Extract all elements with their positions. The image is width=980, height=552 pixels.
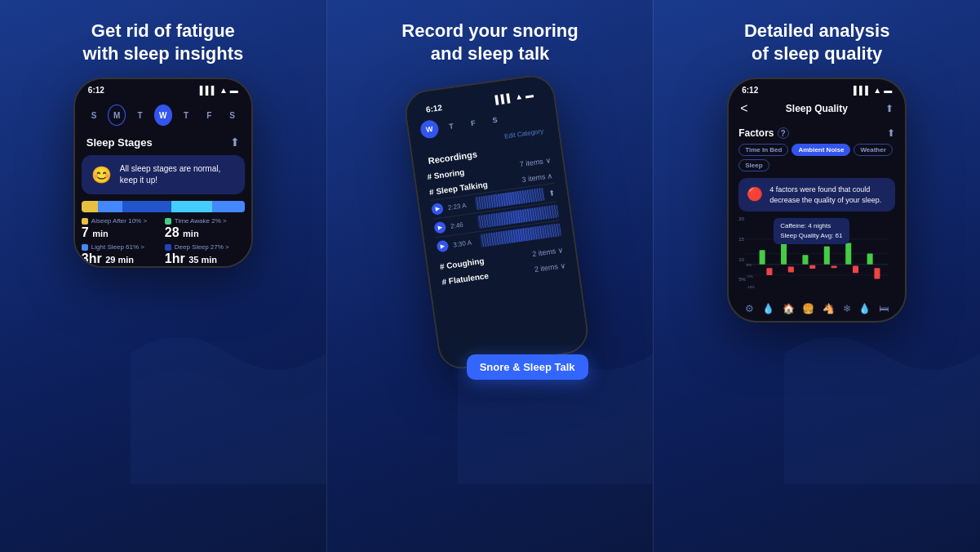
chart-bottom-icons: ⚙ 💧 🏠 🍔 🐴 ❄ 💧 🛏 [745, 301, 889, 316]
play-btn-2[interactable]: ▶ [433, 221, 446, 234]
factors-share-icon[interactable]: ⬆ [887, 127, 895, 139]
panel2-title: Record your snoring and sleep talk [401, 20, 578, 65]
status-icons-back: ▌▌▌ ▲ ▬ [494, 90, 534, 104]
stat-label-light: Light Sleep 61% > [82, 243, 162, 251]
tooltip-line2: Sleep Quality Avg: 61 [780, 231, 842, 241]
chart-icon-2: 💧 [762, 303, 774, 314]
emoji-icon: 😊 [91, 165, 112, 185]
flatulence-count-back: 2 items ∨ [534, 260, 566, 273]
stat-time-awake[interactable]: Time Awake 2% > 28 min [165, 217, 245, 240]
snoring-count-back: 7 items ∨ [519, 156, 552, 168]
wifi-icon: ▲ [220, 86, 228, 95]
time-display-3: 6:12 [742, 86, 758, 95]
phone-group-2: 6:12 ▌▌▌ ▲ ▬ W T F S Edit Category Recor… [401, 78, 580, 429]
sleep-talking-count-back: 3 items ∧ [521, 171, 553, 183]
phone-mockup-1: 6:12 ▌▌▌ ▲ ▬ S M T W T F S Sleep Stages [73, 78, 253, 268]
signal-back: ▌▌▌ [494, 93, 513, 105]
tag-sleep[interactable]: Sleep [738, 159, 769, 171]
sleep-stages-title: Sleep Stages [86, 136, 153, 149]
signal-icon-3: ▌▌▌ [854, 86, 871, 95]
upload-icon-3[interactable]: ⬆ [885, 103, 894, 114]
coughing-count-back: 2 items ∨ [531, 245, 564, 257]
stat-dot-blue [82, 244, 88, 251]
stat-dot-yellow [82, 218, 88, 225]
back-button[interactable]: < [740, 101, 747, 116]
sleep-stats-grid: Alseep After 10% > 7 min Time Awake 2% >… [82, 217, 245, 266]
day-btn-sun[interactable]: S [85, 105, 103, 126]
stat-value-deep: 1hr 35 min [165, 252, 245, 266]
svg-text:-5%: -5% [747, 274, 753, 278]
day-btn-sat[interactable]: S [224, 105, 242, 126]
play-btn-1[interactable]: ▶ [431, 203, 444, 216]
day-btn-s-back: S [485, 110, 505, 131]
day-btn-fri[interactable]: F [200, 105, 218, 126]
y-label-10: 10 [738, 257, 746, 262]
day-btn-thu[interactable]: T [177, 105, 195, 126]
sleep-bar-cyan [171, 201, 212, 212]
tag-time-in-bed[interactable]: Time In Bed [738, 144, 788, 156]
factors-section: Factors ? ⬆ Time In Bed Ambient Noise We… [729, 122, 905, 321]
status-bar-3: 6:12 ▌▌▌ ▲ ▬ [729, 79, 905, 98]
tag-ambient-noise[interactable]: Ambient Noise [792, 144, 850, 156]
sleep-stages-header: Sleep Stages ⬆ [75, 132, 251, 155]
time-back: 6:12 [425, 103, 442, 114]
wifi-icon-3: ▲ [873, 86, 881, 95]
factors-help-icon[interactable]: ? [778, 127, 789, 139]
day-btn-mon[interactable]: M [108, 105, 126, 126]
stat-label-deep: Deep Sleep 27% > [165, 243, 245, 251]
play-btn-3[interactable]: ▶ [436, 240, 449, 253]
sleep-insight-card: 😊 All sleep stages are normal, keep it u… [82, 155, 245, 194]
stat-value-light: 3hr 29 min [82, 252, 162, 266]
phone-mockup-3: 6:12 ▌▌▌ ▲ ▬ < Sleep Quality ⬆ Factors ?… [727, 78, 907, 323]
svg-rect-17 [867, 254, 873, 265]
chart-icon-7: 💧 [858, 303, 871, 314]
panel-sleep-quality: Detailed analysis of sleep quality 6:12 … [654, 0, 980, 552]
svg-rect-11 [803, 256, 809, 265]
stat-dot-green [165, 218, 171, 225]
sleep-quality-header: < Sleep Quality ⬆ [729, 98, 905, 122]
day-btn-wed[interactable]: W [154, 105, 172, 126]
sleep-bar-yellow [82, 201, 98, 212]
tag-weather[interactable]: Weather [854, 144, 892, 156]
stat-deep-sleep[interactable]: Deep Sleep 27% > 1hr 35 min [165, 243, 245, 266]
svg-rect-10 [788, 267, 794, 273]
chart-icon-3: 🏠 [783, 303, 795, 314]
day-selector-1[interactable]: S M T W T F S [75, 98, 251, 132]
snoring-name-back: # Snoring [426, 167, 464, 181]
svg-text:-10%: -10% [747, 285, 755, 289]
chart-icon-1: ⚙ [745, 303, 754, 314]
y-label-20: 20 [738, 216, 746, 221]
bg-decoration [131, 220, 326, 552]
svg-rect-7 [760, 250, 765, 265]
battery-back: ▬ [525, 90, 534, 100]
stat-value-asleep: 7 min [82, 225, 162, 240]
svg-text:0%: 0% [747, 264, 752, 268]
stat-asleep-after[interactable]: Alseep After 10% > 7 min [82, 217, 162, 240]
day-btn-t-back: T [441, 116, 461, 136]
y-axis-labels: 20 15 10 5% [738, 216, 746, 282]
share-btn-1[interactable]: ⬆ [548, 189, 556, 198]
svg-rect-15 [845, 243, 851, 265]
sleep-bar-blue3 [212, 201, 245, 212]
signal-icon: ▌▌▌ [200, 86, 217, 95]
factor-tags: Time In Bed Ambient Noise Weather Sleep [738, 144, 895, 171]
panel-recordings: Record your snoring and sleep talk 6:12 … [326, 0, 654, 552]
svg-rect-16 [853, 266, 858, 274]
sleep-bar-blue2 [122, 201, 171, 212]
share-icon[interactable]: ⬆ [230, 136, 240, 149]
svg-rect-18 [875, 268, 880, 278]
alert-text: 4 factors were found that could decrease… [769, 185, 887, 205]
recording-time-1: 2:23 A [447, 201, 471, 211]
sleep-bar [82, 201, 245, 212]
chart-icon-4: 🍔 [802, 303, 814, 314]
day-btn-w-back: W [419, 119, 439, 140]
stat-light-sleep[interactable]: Light Sleep 61% > 3hr 29 min [82, 243, 162, 266]
day-btn-tue[interactable]: T [131, 105, 149, 126]
chart-area: 20 15 10 5% Caffeine: 4 nights Sleep Qua… [745, 216, 889, 316]
y-label-5: 5% [738, 277, 746, 282]
alert-icon: 🔴 [747, 186, 763, 202]
status-icons-3: ▌▌▌ ▲ ▬ [854, 86, 892, 95]
alert-card: 🔴 4 factors were found that could decrea… [738, 178, 895, 211]
svg-rect-12 [809, 265, 815, 269]
svg-rect-13 [824, 247, 830, 265]
